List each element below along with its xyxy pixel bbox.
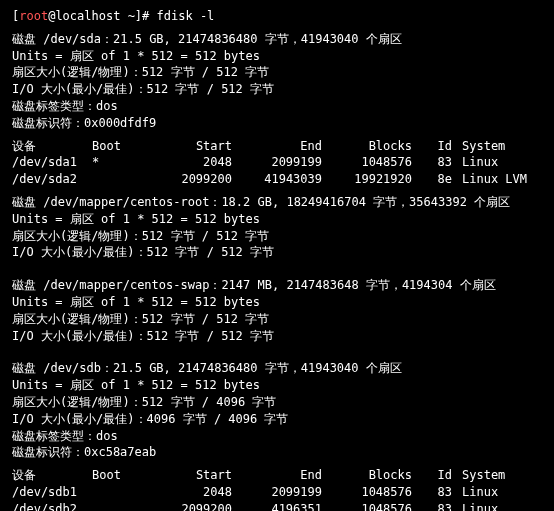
disk-sdb-line2: Units = 扇区 of 1 * 512 = 512 bytes [12, 377, 542, 394]
disk-sdb-block: 磁盘 /dev/sdb：21.5 GB, 21474836480 字节，4194… [12, 360, 542, 461]
disk-sdb-line4: I/O 大小(最小/最佳)：4096 字节 / 4096 字节 [12, 411, 542, 428]
table-row: /dev/sda2209920041943039199219208eLinux … [12, 171, 542, 188]
disk-sda-block: 磁盘 /dev/sda：21.5 GB, 21474836480 字节，4194… [12, 31, 542, 132]
prompt-user: root [19, 9, 48, 23]
hdr-boot: Boot [92, 138, 142, 155]
disk-swap-line1: 磁盘 /dev/mapper/centos-swap：2147 MB, 2147… [12, 277, 542, 294]
table-header: 设备BootStartEndBlocksIdSystem [12, 138, 542, 155]
disk-sda-line1: 磁盘 /dev/sda：21.5 GB, 21474836480 字节，4194… [12, 31, 542, 48]
prompt-host: localhost [55, 9, 120, 23]
disk-sda-line5: 磁盘标签类型：dos [12, 98, 542, 115]
disk-swap-line4: I/O 大小(最小/最佳)：512 字节 / 512 字节 [12, 328, 542, 345]
sdb-partition-table: 设备BootStartEndBlocksIdSystem /dev/sdb120… [12, 467, 542, 511]
terminal-output: [root@localhost ~]# fdisk -l 磁盘 /dev/sda… [12, 8, 542, 511]
table-row: /dev/sda1*20482099199104857683Linux [12, 154, 542, 171]
disk-sdb-line6: 磁盘标识符：0xc58a7eab [12, 444, 542, 461]
hdr-device: 设备 [12, 138, 92, 155]
disk-swap-line2: Units = 扇区 of 1 * 512 = 512 bytes [12, 294, 542, 311]
hdr-system: System [452, 138, 542, 155]
disk-swap-line3: 扇区大小(逻辑/物理)：512 字节 / 512 字节 [12, 311, 542, 328]
hdr-id: Id [412, 138, 452, 155]
disk-sda-line3: 扇区大小(逻辑/物理)：512 字节 / 512 字节 [12, 64, 542, 81]
table-header: 设备BootStartEndBlocksIdSystem [12, 467, 542, 484]
hdr-blocks: Blocks [322, 138, 412, 155]
disk-root-block: 磁盘 /dev/mapper/centos-root：18.2 GB, 1824… [12, 194, 542, 261]
table-row: /dev/sdb220992004196351104857683Linux [12, 501, 542, 511]
disk-swap-block: 磁盘 /dev/mapper/centos-swap：2147 MB, 2147… [12, 277, 542, 344]
disk-sda-line2: Units = 扇区 of 1 * 512 = 512 bytes [12, 48, 542, 65]
disk-root-line4: I/O 大小(最小/最佳)：512 字节 / 512 字节 [12, 244, 542, 261]
command: fdisk -l [157, 9, 215, 23]
table-row: /dev/sdb120482099199104857683Linux [12, 484, 542, 501]
disk-sdb-line5: 磁盘标签类型：dos [12, 428, 542, 445]
disk-sda-line4: I/O 大小(最小/最佳)：512 字节 / 512 字节 [12, 81, 542, 98]
prompt-line[interactable]: [root@localhost ~]# fdisk -l [12, 8, 542, 25]
hdr-start: Start [142, 138, 232, 155]
disk-root-line1: 磁盘 /dev/mapper/centos-root：18.2 GB, 1824… [12, 194, 542, 211]
disk-root-line2: Units = 扇区 of 1 * 512 = 512 bytes [12, 211, 542, 228]
hdr-end: End [232, 138, 322, 155]
disk-sdb-line3: 扇区大小(逻辑/物理)：512 字节 / 4096 字节 [12, 394, 542, 411]
disk-sda-line6: 磁盘标识符：0x000dfdf9 [12, 115, 542, 132]
disk-sdb-line1: 磁盘 /dev/sdb：21.5 GB, 21474836480 字节，4194… [12, 360, 542, 377]
prompt-path: ~]# [120, 9, 156, 23]
disk-root-line3: 扇区大小(逻辑/物理)：512 字节 / 512 字节 [12, 228, 542, 245]
sda-partition-table: 设备BootStartEndBlocksIdSystem /dev/sda1*2… [12, 138, 542, 188]
